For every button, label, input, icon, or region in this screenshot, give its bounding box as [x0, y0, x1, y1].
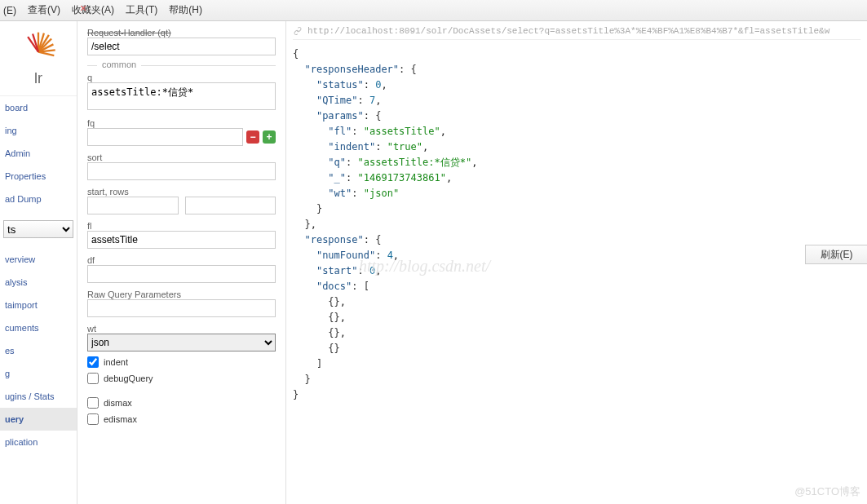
nav-dashboard[interactable]: board [0, 96, 77, 119]
tab-close-icon[interactable]: × [80, 2, 91, 13]
left-navigation: lr board ing Admin Properties ad Dump ts… [0, 21, 77, 504]
svg-line-3 [38, 52, 54, 56]
menu-item[interactable]: 工具(T) [126, 3, 157, 17]
reqhandler-label: Request-Handler (qt) [87, 28, 276, 38]
nav-java-properties[interactable]: Properties [0, 165, 77, 188]
nav-query[interactable]: uery [0, 408, 77, 431]
core-selector[interactable]: ts [3, 220, 73, 238]
menu-item[interactable]: 收藏夹(A) [72, 3, 114, 17]
reqhandler-input[interactable] [87, 38, 276, 55]
dismax-checkbox[interactable] [87, 397, 99, 409]
result-url-text: http://localhost:8091/solr/DocAssets/sel… [307, 26, 829, 36]
dismax-label: dismax [104, 398, 132, 408]
add-fq-icon[interactable]: + [263, 130, 276, 144]
q-input[interactable]: assetsTitle:*信贷* [87, 82, 276, 110]
edismax-checkbox[interactable] [87, 413, 99, 425]
edismax-label: edismax [104, 414, 137, 424]
nav-logging[interactable]: ing [0, 119, 77, 142]
fl-label: fl [87, 221, 276, 231]
debug-label: debugQuery [104, 374, 153, 383]
indent-label: indent [104, 357, 128, 367]
remove-fq-icon[interactable]: − [246, 130, 259, 144]
fq-label: fq [87, 118, 276, 128]
menu-item[interactable]: 帮助(H) [169, 3, 202, 17]
nav-dataimport[interactable]: taimport [0, 294, 77, 316]
fq-input[interactable] [87, 128, 243, 146]
sort-input[interactable] [87, 162, 276, 180]
df-label: df [87, 255, 276, 265]
start-input[interactable] [87, 197, 179, 214]
json-response: { "responseHeader": { "status": 0, "QTim… [293, 46, 860, 403]
nav-core-admin[interactable]: Admin [0, 142, 77, 165]
nav-plugins[interactable]: ugins / Stats [0, 385, 77, 408]
wt-select[interactable]: json [87, 334, 276, 351]
q-label: q [87, 73, 276, 82]
sort-label: sort [87, 153, 276, 162]
menu-item[interactable]: (E) [3, 5, 16, 16]
raw-input[interactable] [87, 299, 276, 317]
df-input[interactable] [87, 265, 276, 283]
debug-checkbox[interactable] [87, 373, 99, 384]
rows-input[interactable] [185, 197, 276, 214]
browser-menubar: (E) 查看(V) 收藏夹(A) 工具(T) 帮助(H) [0, 0, 867, 21]
wt-label: wt [87, 324, 276, 334]
nav-overview[interactable]: verview [0, 248, 77, 271]
nav-documents[interactable]: cuments [0, 316, 77, 339]
result-panel: http://localhost:8091/solr/DocAssets/sel… [286, 21, 867, 504]
nav-ping[interactable]: g [0, 362, 77, 385]
result-url-bar[interactable]: http://localhost:8091/solr/DocAssets/sel… [293, 26, 860, 40]
nav-thread-dump[interactable]: ad Dump [0, 188, 77, 210]
link-icon [293, 26, 303, 36]
fieldset-common: common [97, 60, 141, 69]
logo-text: lr [34, 70, 42, 87]
nav-files[interactable]: es [0, 339, 77, 362]
nav-analysis[interactable]: alysis [0, 271, 77, 294]
refresh-button[interactable]: 刷新(E) [805, 245, 867, 264]
raw-label: Raw Query Parameters [87, 290, 276, 299]
start-rows-label: start, rows [87, 187, 276, 197]
menu-item[interactable]: 查看(V) [28, 3, 60, 17]
query-form: Request-Handler (qt) common q assetsTitl… [77, 21, 286, 504]
fl-input[interactable] [87, 231, 276, 249]
logo-area: lr [0, 21, 77, 96]
solr-logo-icon [20, 29, 57, 67]
indent-checkbox[interactable] [87, 356, 99, 368]
nav-replication[interactable]: plication [0, 431, 77, 453]
